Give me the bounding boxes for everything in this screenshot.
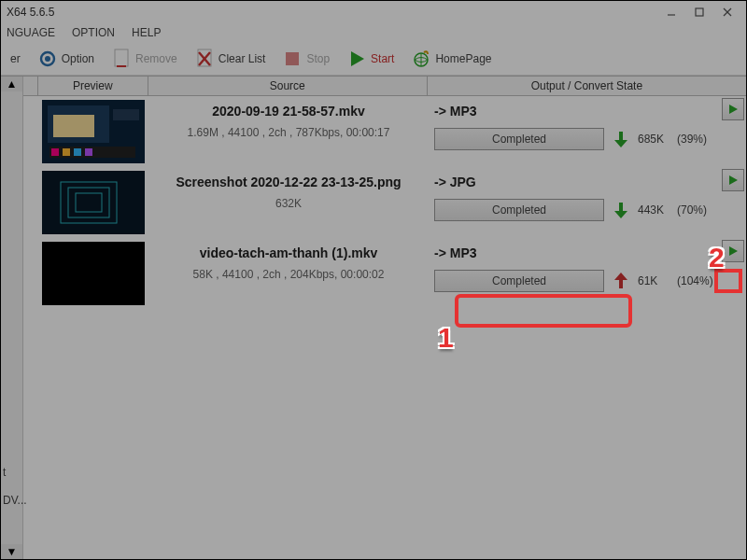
left-label-dv: DV... [3,494,27,507]
svg-rect-16 [53,115,94,137]
preview-cell [38,96,148,167]
svg-rect-31 [619,203,623,211]
maximize-button[interactable] [686,3,712,21]
output-size: 685K [638,133,669,146]
stop-button[interactable]: Stop [278,47,333,71]
menu-item-help[interactable]: HELP [132,26,161,39]
file-remove-icon [111,49,132,69]
svg-rect-19 [51,148,59,156]
menu-bar: NGUAGE OPTION HELP [1,23,746,42]
table-row[interactable]: video-tach-am-thanh (1).mkv 58K , 44100 … [1,238,746,309]
svg-rect-17 [113,109,139,120]
svg-rect-24 [619,132,623,140]
source-cell: 2020-09-19 21-58-57.mkv 1.69M , 44100 , … [148,96,429,147]
output-percent: (104%) [677,274,713,287]
scroll-down-icon[interactable]: ▼ [1,544,22,559]
arrow-down-icon [612,201,630,219]
svg-marker-32 [614,211,627,218]
file-name: Screenshot 2020-12-22 23-13-25.png [154,175,423,189]
stop-icon [282,49,303,69]
window-controls [658,3,740,21]
svg-rect-21 [74,148,81,156]
svg-rect-1 [696,8,703,16]
svg-rect-6 [115,49,128,66]
option-button[interactable]: Option [34,47,98,71]
svg-point-5 [45,56,50,62]
svg-marker-30 [729,175,738,185]
output-format: -> MP3 [434,245,742,260]
close-button[interactable] [714,3,740,21]
svg-marker-34 [729,246,738,256]
svg-rect-26 [42,171,145,234]
left-label-t: t [3,466,6,479]
preview-cell [38,167,148,238]
output-size: 61K [638,274,669,287]
file-info: 1.69M , 44100 , 2ch , 787Kbps, 00:00:17 [154,126,423,139]
menu-item-language[interactable]: NGUAGE [7,26,55,39]
thumbnail-icon [42,242,145,305]
start-button[interactable]: Start [343,47,398,71]
header-output[interactable]: Output / Convert State [428,77,746,95]
svg-marker-35 [614,273,627,280]
source-cell: Screenshot 2020-12-22 23-13-25.png 632K [148,167,429,217]
output-cell: -> JPG Completed 443K (70%) [429,167,747,229]
table-row[interactable]: Screenshot 2020-12-22 23-13-25.png 632K … [1,167,746,238]
svg-marker-23 [729,105,738,114]
gear-icon [37,49,58,69]
annotation-one: 1 [438,322,454,354]
thumbnail-icon [42,100,145,163]
toolbar: er Option Remove Clear List Stop Start H… [1,42,746,76]
start-icon [346,49,367,69]
play-output-button[interactable] [722,98,744,120]
svg-marker-25 [614,140,627,147]
file-info: 58K , 44100 , 2ch , 204Kbps, 00:00:02 [154,268,423,281]
preview-cell [38,238,148,309]
output-format: -> MP3 [434,104,742,119]
arrow-up-icon [612,272,630,290]
svg-rect-11 [286,52,299,65]
output-size: 443K [638,203,669,217]
status-button[interactable]: Completed [434,199,604,221]
left-scrollbar[interactable]: ▲ ▼ [1,77,23,559]
file-name: 2020-09-19 21-58-57.mkv [154,104,423,119]
svg-rect-36 [619,280,623,288]
arrow-down-icon [612,130,630,148]
file-clear-icon [194,49,215,69]
source-cell: video-tach-am-thanh (1).mkv 58K , 44100 … [148,238,429,288]
column-headers: Preview Source Output / Convert State [1,76,746,96]
svg-rect-22 [85,148,92,156]
clear-list-button[interactable]: Clear List [190,47,270,71]
table-row[interactable]: 2020-09-19 21-58-57.mkv 1.69M , 44100 , … [1,96,746,167]
output-cell: -> MP3 Completed 685K (39%) [429,96,747,158]
svg-rect-33 [42,242,145,305]
globe-icon [411,49,431,69]
svg-rect-20 [63,148,70,156]
svg-marker-12 [351,51,364,66]
rows-area: 2020-09-19 21-58-57.mkv 1.69M , 44100 , … [1,96,746,309]
window-title: X64 5.6.5 [7,6,54,19]
minimize-button[interactable] [658,3,684,21]
file-size: 632K [154,197,423,210]
file-name: video-tach-am-thanh (1).mkv [154,245,423,260]
scroll-up-icon[interactable]: ▲ [1,77,22,91]
toolbar-er[interactable]: er [7,50,24,67]
output-percent: (70%) [677,203,707,217]
play-output-button[interactable] [722,240,744,262]
play-output-button[interactable] [722,169,744,191]
header-source[interactable]: Source [148,77,428,95]
homepage-button[interactable]: HomePage [407,47,495,71]
title-bar: X64 5.6.5 [1,1,746,23]
output-cell: -> MP3 Completed 61K (104%) [429,238,747,300]
header-preview[interactable]: Preview [38,77,148,95]
thumbnail-icon [42,171,145,234]
status-button[interactable]: Completed [434,270,604,292]
menu-item-option[interactable]: OPTION [72,26,115,39]
status-button[interactable]: Completed [434,128,604,150]
output-percent: (39%) [677,133,707,146]
output-format: -> JPG [434,175,742,189]
remove-button[interactable]: Remove [107,47,181,71]
